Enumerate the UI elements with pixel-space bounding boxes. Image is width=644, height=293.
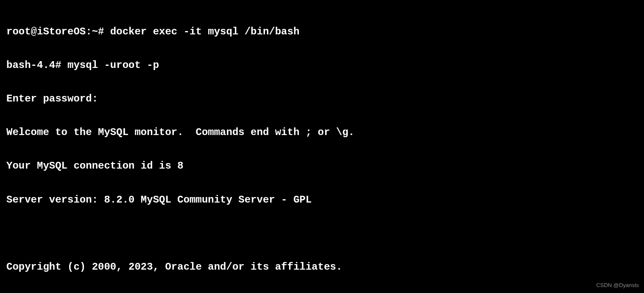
terminal-line: bash-4.4# mysql -uroot -p <box>6 57 644 74</box>
terminal-line: Server version: 8.2.0 MySQL Community Se… <box>6 192 644 208</box>
terminal-line: Your MySQL connection id is 8 <box>6 158 644 175</box>
terminal-line: Copyright (c) 2000, 2023, Oracle and/or … <box>6 259 644 276</box>
watermark-text: CSDN @Dyansts <box>596 281 639 290</box>
terminal-line: Enter password: <box>6 90 644 107</box>
terminal-line: root@iStoreOS:~# docker exec -it mysql /… <box>6 23 644 40</box>
terminal-line: Welcome to the MySQL monitor. Commands e… <box>6 124 644 141</box>
terminal-output[interactable]: root@iStoreOS:~# docker exec -it mysql /… <box>6 6 644 293</box>
terminal-blank-line <box>6 225 644 242</box>
